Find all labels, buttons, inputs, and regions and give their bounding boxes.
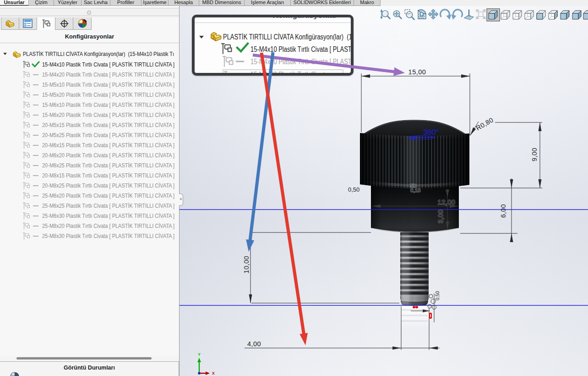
svg-text:9,00: 9,00 bbox=[531, 148, 538, 161]
svg-text:0,50: 0,50 bbox=[435, 291, 440, 300]
svg-text:4,00: 4,00 bbox=[247, 340, 261, 348]
svg-text:3,00: 3,00 bbox=[437, 210, 444, 223]
svg-text:0,10: 0,10 bbox=[410, 188, 420, 193]
svg-text:10,00: 10,00 bbox=[243, 256, 250, 274]
svg-text:X: X bbox=[212, 371, 215, 376]
svg-text:0,50: 0,50 bbox=[348, 186, 359, 193]
svg-text:360°: 360° bbox=[423, 128, 439, 136]
svg-text:15,00: 15,00 bbox=[408, 68, 426, 76]
svg-text:6,00: 6,00 bbox=[500, 204, 507, 218]
svg-text:R0,80: R0,80 bbox=[475, 116, 495, 132]
svg-text:Y: Y bbox=[198, 352, 201, 357]
svg-text:12,00: 12,00 bbox=[438, 199, 456, 206]
